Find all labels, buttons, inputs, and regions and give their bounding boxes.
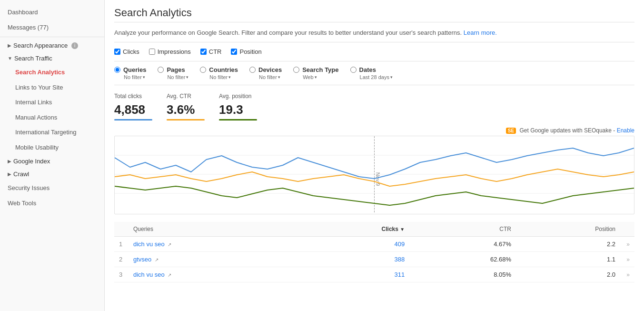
sidebar-item-security-issues[interactable]: Security Issues bbox=[0, 181, 104, 196]
chevron-right-icon: ▶ bbox=[8, 43, 11, 48]
ctr-cell-0: 4.67% bbox=[409, 237, 516, 252]
countries-filter[interactable]: No filter ▾ bbox=[209, 74, 231, 80]
sidebar-crawl-label: Crawl bbox=[13, 171, 29, 178]
main-content: Search Analytics Analyze your performanc… bbox=[105, 0, 644, 311]
col-position[interactable]: Position bbox=[516, 222, 620, 237]
countries-radio[interactable] bbox=[200, 67, 206, 73]
dimension-devices[interactable]: Devices No filter ▾ bbox=[249, 66, 293, 80]
metric-avg-ctr: Avg. CTR 3.6% bbox=[167, 93, 205, 120]
col-ctr[interactable]: CTR bbox=[409, 222, 516, 237]
sidebar-item-international-targeting[interactable]: International Targeting bbox=[4, 125, 104, 140]
row-num-0: 1 bbox=[114, 237, 129, 252]
line-chart: Nov 9 bbox=[115, 136, 634, 212]
queries-radio[interactable] bbox=[114, 67, 120, 73]
expand-icon-2[interactable]: » bbox=[626, 271, 630, 278]
sidebar-item-web-tools[interactable]: Web Tools bbox=[0, 196, 104, 211]
filter-ctr[interactable]: CTR bbox=[200, 48, 222, 55]
avg-ctr-bar bbox=[167, 119, 205, 120]
clicks-cell-2: 311 bbox=[296, 267, 410, 282]
page-title: Search Analytics bbox=[114, 0, 634, 22]
position-checkbox[interactable] bbox=[231, 49, 237, 55]
row-num-1: 2 bbox=[114, 252, 129, 267]
avg-ctr-label: Avg. CTR bbox=[167, 93, 205, 100]
table-row: 1 dich vu seo ↗ 409 4.67% 2.2 » bbox=[114, 237, 634, 252]
sidebar-item-manual-actions[interactable]: Manual Actions bbox=[4, 110, 104, 125]
filter-checkboxes-row: Clicks Impressions CTR Position bbox=[114, 42, 634, 61]
row-num-2: 3 bbox=[114, 267, 129, 282]
pages-filter[interactable]: No filter ▾ bbox=[167, 74, 188, 80]
dates-filter-text: Last 28 days bbox=[360, 74, 389, 80]
expand-cell-0[interactable]: » bbox=[620, 237, 634, 252]
position-cell-2: 2.0 bbox=[516, 267, 620, 282]
dimension-pages[interactable]: Pages No filter ▾ bbox=[158, 66, 200, 80]
seoquake-enable-link[interactable]: Enable bbox=[617, 127, 634, 134]
ctr-checkbox[interactable] bbox=[200, 49, 207, 55]
sidebar-item-dashboard[interactable]: Dashboard bbox=[0, 5, 104, 20]
filter-position[interactable]: Position bbox=[231, 48, 261, 55]
dates-filter[interactable]: Last 28 days ▾ bbox=[360, 74, 393, 80]
sidebar-google-index-label: Google Index bbox=[13, 158, 50, 165]
table-row: 3 dich vu seo ↗ 311 8.05% 2.0 » bbox=[114, 267, 634, 282]
query-cell-2[interactable]: dich vu seo ↗ bbox=[129, 267, 296, 282]
metrics-row: Total clicks 4,858 Avg. CTR 3.6% Avg. po… bbox=[114, 85, 634, 125]
filter-impressions[interactable]: Impressions bbox=[149, 48, 191, 55]
ext-link-icon-0[interactable]: ↗ bbox=[168, 242, 171, 247]
seoquake-banner: SE Get Google updates with SEOquake - En… bbox=[114, 125, 634, 136]
queries-filter-arrow: ▾ bbox=[143, 75, 145, 80]
dimension-countries[interactable]: Countries No filter ▾ bbox=[200, 66, 249, 80]
col-expand bbox=[620, 222, 634, 237]
col-queries[interactable]: Queries bbox=[129, 222, 296, 237]
ctr-cell-2: 8.05% bbox=[409, 267, 516, 282]
queries-filter[interactable]: No filter ▾ bbox=[124, 74, 145, 80]
dimension-row: Queries No filter ▾ Pages No filter ▾ Co… bbox=[114, 61, 634, 85]
position-label: Position bbox=[239, 48, 261, 55]
chevron-right-icon-2: ▶ bbox=[8, 159, 11, 164]
query-cell-0[interactable]: dich vu seo ↗ bbox=[129, 237, 296, 252]
col-clicks[interactable]: Clicks ▼ bbox=[296, 222, 410, 237]
expand-icon-1[interactable]: » bbox=[626, 256, 630, 263]
ctr-label: CTR bbox=[209, 48, 222, 55]
dimension-dates[interactable]: Dates Last 28 days ▾ bbox=[350, 66, 404, 80]
query-link-2[interactable]: dich vu seo bbox=[133, 271, 165, 278]
sidebar-item-search-traffic[interactable]: ▼ Search Traffic bbox=[0, 52, 104, 65]
col-num bbox=[114, 222, 129, 237]
ext-link-icon-2[interactable]: ↗ bbox=[168, 272, 171, 278]
dimension-search-type[interactable]: Search Type Web ▾ bbox=[293, 66, 350, 80]
devices-filter[interactable]: No filter ▾ bbox=[259, 74, 280, 80]
impressions-checkbox[interactable] bbox=[149, 49, 155, 55]
dates-radio[interactable] bbox=[350, 67, 357, 73]
ext-link-icon-1[interactable]: ↗ bbox=[155, 257, 159, 262]
query-link-0[interactable]: dich vu seo bbox=[133, 241, 165, 248]
sidebar-item-search-appearance[interactable]: ▶ Search Appearance i bbox=[0, 39, 104, 52]
learn-more-link[interactable]: Learn more. bbox=[464, 29, 497, 36]
query-cell-1[interactable]: gtvseo ↗ bbox=[129, 252, 296, 267]
query-link-1[interactable]: gtvseo bbox=[133, 256, 151, 263]
expand-icon-0[interactable]: » bbox=[626, 241, 630, 248]
expand-cell-2[interactable]: » bbox=[620, 267, 634, 282]
sidebar-item-search-analytics[interactable]: Search Analytics bbox=[4, 65, 104, 80]
filter-clicks[interactable]: Clicks bbox=[114, 48, 139, 55]
sidebar-item-crawl[interactable]: ▶ Crawl bbox=[0, 168, 104, 181]
table-row: 2 gtvseo ↗ 388 62.68% 1.1 » bbox=[114, 252, 634, 267]
pages-radio[interactable] bbox=[158, 67, 164, 73]
avg-ctr-value: 3.6% bbox=[167, 102, 205, 117]
dimension-queries[interactable]: Queries No filter ▾ bbox=[114, 66, 158, 80]
sidebar-item-internal-links[interactable]: Internal Links bbox=[4, 95, 104, 110]
sidebar-item-messages[interactable]: Messages (77) bbox=[0, 20, 104, 35]
countries-filter-text: No filter bbox=[209, 74, 228, 80]
search-type-radio[interactable] bbox=[293, 67, 299, 73]
devices-filter-arrow: ▾ bbox=[278, 75, 280, 80]
sidebar-item-google-index[interactable]: ▶ Google Index bbox=[0, 155, 104, 168]
search-type-filter-arrow: ▾ bbox=[315, 75, 317, 80]
devices-radio[interactable] bbox=[249, 67, 256, 73]
clicks-checkbox[interactable] bbox=[114, 49, 120, 55]
sidebar-item-links-to-your-site[interactable]: Links to Your Site bbox=[4, 80, 104, 95]
search-type-filter[interactable]: Web ▾ bbox=[303, 74, 317, 80]
clicks-cell-0: 409 bbox=[296, 237, 410, 252]
metric-total-clicks: Total clicks 4,858 bbox=[114, 93, 152, 120]
position-cell-0: 2.2 bbox=[516, 237, 620, 252]
expand-cell-1[interactable]: » bbox=[620, 252, 634, 267]
info-icon[interactable]: i bbox=[71, 42, 78, 49]
sidebar-item-mobile-usability[interactable]: Mobile Usability bbox=[4, 140, 104, 155]
countries-filter-arrow: ▾ bbox=[228, 75, 231, 80]
